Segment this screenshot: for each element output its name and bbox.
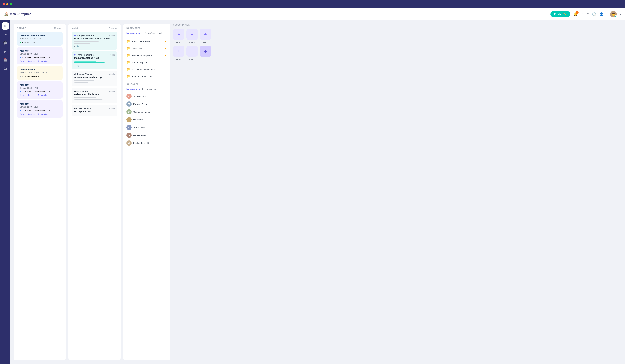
agenda-card-2-title: Kick-Off bbox=[20, 50, 60, 52]
mail-item-1[interactable]: François Étienne 45min Nouveau template … bbox=[72, 32, 117, 50]
accept-action-2[interactable]: Je participe bbox=[38, 94, 48, 96]
agenda-card-1[interactable]: Atelier éco-responsable Aujourd'hui 10:3… bbox=[17, 32, 62, 46]
folder-icon-5: 📁 bbox=[126, 68, 130, 71]
agenda-card-5[interactable]: Kick-Off Demain 11:30 - 12:30 Vous n'ave… bbox=[17, 100, 62, 117]
app-body: ⊞ ✉ 💬 ▶ 📅 🗂 AGENDA 16 à venir Atelier éc… bbox=[0, 20, 625, 364]
mail-3-subject: Ajustements roadmap Q4 bbox=[74, 76, 115, 79]
header-actions: Publier ✏️ 🔔 8 ☆ ? 🕐 👤 👨 ▾ bbox=[550, 11, 621, 17]
mail-item-5[interactable]: Maxime Léopold 45min Re : QA validée bbox=[72, 105, 117, 116]
agenda-card-3-status: Vous ne participez pas bbox=[20, 75, 60, 78]
doc-star-1: ★ bbox=[165, 40, 166, 42]
favorites-icon[interactable]: ☆ bbox=[581, 12, 584, 16]
contacts-title: CONTACTS bbox=[126, 83, 138, 85]
user-menu-chevron[interactable]: ▾ bbox=[620, 13, 621, 15]
doc-arrow-6: › bbox=[166, 75, 167, 78]
accept-action-1[interactable]: Je participe bbox=[38, 60, 48, 62]
agenda-count: 16 à venir bbox=[54, 27, 62, 29]
contact-item-6[interactable]: HA Hélène Albert bbox=[126, 131, 167, 139]
sidebar-item-grid[interactable]: ⊞ bbox=[2, 23, 9, 30]
docs-tab-mine[interactable]: Mes documents bbox=[126, 32, 142, 35]
contact-avatar-2: FE bbox=[126, 101, 132, 107]
contact-item-1[interactable]: JD Julie Dupond bbox=[126, 92, 167, 100]
contact-avatar-1: JD bbox=[126, 94, 132, 99]
quick-app-2[interactable]: + APP 2 bbox=[187, 29, 198, 44]
agenda-card-5-title: Kick-Off bbox=[20, 103, 60, 105]
mail-item-4[interactable]: Hélène Albert 45min Release mobile de je… bbox=[72, 88, 117, 103]
sidebar-item-mail[interactable]: ✉ bbox=[2, 31, 9, 38]
contact-avatar-3: GT bbox=[126, 109, 132, 114]
traffic-light-close[interactable] bbox=[3, 3, 5, 5]
help-icon[interactable]: ? bbox=[587, 12, 589, 16]
quick-app-icon-1: + bbox=[173, 29, 185, 40]
folder-icon-2: 📁 bbox=[126, 47, 130, 50]
quick-app-5[interactable]: + APP 5 bbox=[187, 46, 198, 60]
docs-tab-shared[interactable]: Partagés avec moi bbox=[144, 32, 162, 35]
decline-action-2[interactable]: Je ne participe pas bbox=[20, 94, 36, 96]
doc-item-6[interactable]: 📁 Factures fournisseurs › bbox=[126, 73, 167, 80]
doc-item-4[interactable]: 📁 Photos d'équipe › bbox=[126, 59, 167, 66]
doc-item-3[interactable]: 📁 Ressources graphiques ★ › bbox=[126, 52, 167, 59]
quick-app-3[interactable]: + APP 3 bbox=[200, 29, 211, 44]
contact-item-5[interactable]: JD Jean Dubois bbox=[126, 124, 167, 131]
accept-action-3[interactable]: Je participe bbox=[38, 113, 48, 115]
traffic-light-minimize[interactable] bbox=[6, 3, 8, 5]
doc-arrow-1: › bbox=[166, 40, 167, 43]
agenda-card-2[interactable]: Kick-Off Demain 11:30 - 12:30 Vous n'ave… bbox=[17, 47, 62, 64]
mail-1-sender: François Étienne bbox=[74, 34, 94, 37]
contact-avatar-4: PT bbox=[126, 117, 132, 122]
doc-name-3: Ressources graphiques bbox=[132, 54, 164, 57]
notifications-icon[interactable]: 🔔 8 bbox=[573, 12, 578, 16]
sidebar-item-video[interactable]: ▶ bbox=[2, 48, 9, 55]
history-icon[interactable]: 🕐 bbox=[592, 12, 596, 16]
contacts-tab-all[interactable]: Tous les contacts bbox=[142, 88, 158, 90]
agenda-card-2-date: Demain 11:30 - 12:30 bbox=[20, 53, 60, 55]
doc-name-2: Devis 2023 bbox=[132, 47, 164, 50]
agenda-card-3[interactable]: Review hebdo Jeudi 19/10/2023 15:30 - 16… bbox=[17, 66, 62, 80]
agenda-card-4[interactable]: Kick-Off Demain 11:30 - 12:30 Vous n'ave… bbox=[17, 81, 62, 99]
contact-item-3[interactable]: GT Guillaume Thierry bbox=[126, 108, 167, 116]
doc-item-1[interactable]: 📁 Spécifications Produit ★ › bbox=[126, 38, 167, 45]
mails-panel: MAILS 2 Non lus François Étienne 45min N… bbox=[68, 24, 121, 360]
mail-2-line-2 bbox=[74, 62, 105, 63]
quick-app-icon-3: + bbox=[200, 29, 211, 40]
publish-button[interactable]: Publier ✏️ bbox=[550, 11, 570, 17]
quick-app-6[interactable]: + bbox=[200, 46, 211, 60]
contacts-header: CONTACTS bbox=[126, 83, 167, 85]
doc-item-2[interactable]: 📁 Devis 2023 ★ › bbox=[126, 45, 167, 52]
agenda-header: AGENDA 16 à venir bbox=[17, 27, 62, 29]
mails-header: MAILS 2 Non lus bbox=[72, 27, 117, 29]
paperclip-icon-2: 📎 bbox=[76, 64, 79, 67]
attachment-count-1: 4 bbox=[74, 45, 75, 47]
profile-icon[interactable]: 👤 bbox=[599, 12, 603, 16]
sidebar-item-chat[interactable]: 💬 bbox=[2, 39, 9, 47]
sidebar-item-files[interactable]: 🗂 bbox=[2, 65, 9, 72]
docs-contacts-panel: DOCUMENTS Mes documents Partagés avec mo… bbox=[123, 24, 170, 360]
quick-access-panel: ACCÈS RAPIDE + APP 1 + APP 2 + APP 3 + A… bbox=[173, 24, 209, 360]
contact-item-7[interactable]: ML Maxime Léopold bbox=[126, 139, 167, 147]
quick-app-4[interactable]: + APP 4 bbox=[173, 46, 185, 60]
mail-2-time: 45min bbox=[109, 54, 115, 56]
doc-item-5[interactable]: 📁 Procédures internes de r... › bbox=[126, 66, 167, 73]
contacts-tab-mine[interactable]: Mes contacts bbox=[126, 88, 140, 90]
mail-item-2[interactable]: François Étienne 45min Maquettes Collab … bbox=[72, 51, 117, 69]
mail-5-time: 45min bbox=[109, 107, 115, 110]
quick-app-label-4: APP 4 bbox=[176, 58, 182, 60]
status-dot-blue-2 bbox=[20, 91, 21, 92]
user-avatar-wrap[interactable]: 👨 bbox=[610, 11, 617, 17]
contact-avatar-6: HA bbox=[126, 133, 132, 138]
attachment-count-2: 2 bbox=[74, 64, 75, 67]
docs-tabs: Mes documents Partagés avec moi bbox=[126, 32, 167, 35]
decline-action-1[interactable]: Je ne participe pas bbox=[20, 60, 36, 62]
mail-3-line-1 bbox=[74, 80, 94, 81]
contacts-list: JD Julie Dupond FE François Étienne GT G… bbox=[126, 92, 167, 147]
mail-item-3[interactable]: Guillaume Thierry 45min Ajustements road… bbox=[72, 71, 117, 86]
decline-action-3[interactable]: Je ne participe pas bbox=[20, 113, 36, 115]
traffic-light-maximize[interactable] bbox=[10, 3, 12, 5]
mails-title: MAILS bbox=[72, 27, 79, 29]
contact-item-2[interactable]: FE François Étienne bbox=[126, 100, 167, 108]
quick-app-1[interactable]: + APP 1 bbox=[173, 29, 185, 44]
contact-item-4[interactable]: PT Paul Terry bbox=[126, 116, 167, 124]
sidebar-item-calendar[interactable]: 📅 bbox=[2, 56, 9, 63]
doc-arrow-5: › bbox=[166, 68, 167, 71]
quick-app-label-3: APP 3 bbox=[203, 41, 208, 44]
